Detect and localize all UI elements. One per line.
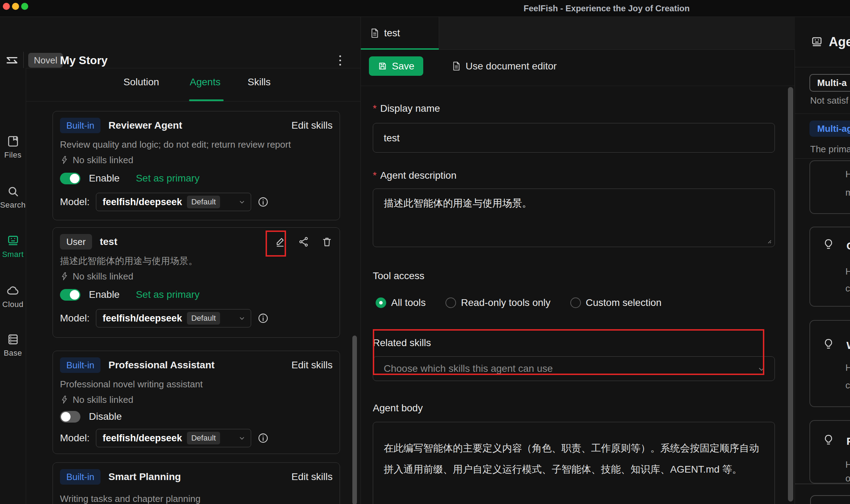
tab-test-document[interactable]: test [361,17,439,49]
hint-card[interactable]: H m [809,160,850,214]
agent-robot-icon [810,35,824,49]
close-window-button[interactable] [3,3,10,10]
display-name-value: test [384,132,400,144]
hint-line: c [845,283,850,294]
use-document-editor-button[interactable]: Use document editor [452,56,557,76]
left-tabs: Solution Agents Skills [26,68,360,102]
hint-title: P [846,435,850,447]
user-badge: User [60,234,92,250]
info-icon[interactable] [257,432,269,444]
info-icon[interactable] [257,196,269,208]
radio-label[interactable]: Read-only tools only [461,297,551,308]
document-icon [452,61,461,71]
sidebar-label: Search [0,201,26,210]
right-panel-header: Agents [795,17,850,67]
sidebar-item-search[interactable]: Search [0,184,26,210]
agent-title: Reviewer Agent [108,120,182,131]
agent-body-textarea[interactable]: 在此编写智能体的主要定义内容（角色、职责、工作原则等）。系统会按固定顺序自动拼入… [373,422,775,504]
radio-custom-selection[interactable] [570,297,581,308]
divider [795,484,850,484]
toggle-label: Enable [89,289,120,300]
swap-icon[interactable] [4,52,20,68]
sidebar-item-files[interactable]: Files [0,134,26,160]
sidebar-item-base[interactable]: Base [0,332,26,358]
radio-label[interactable]: Custom selection [586,297,662,308]
multi-agent-badge[interactable]: Multi-ag [809,121,850,137]
enable-toggle[interactable] [60,289,80,301]
left-scrollbar-thumb[interactable] [352,336,357,504]
more-options-icon[interactable] [334,53,346,68]
app-window: FeelFish - Experience the Joy of Creatio… [0,0,850,504]
edit-skills-button[interactable]: Edit skills [291,359,333,371]
tab-label: test [384,27,400,39]
agent-form: *Display name test *Agent description 描述… [361,86,795,504]
resize-handle-icon[interactable] [766,238,772,244]
toggle-label: Disable [89,411,122,422]
bolt-icon [60,155,69,165]
set-as-primary-link[interactable]: Set as primary [136,173,200,184]
skills-note: No skills linked [73,155,133,166]
agent-description-textarea[interactable]: 描述此智能体的用途与使用场景。 [373,189,775,247]
right-panel: Agents Multi-a Not satisf Multi-ag The p… [795,17,850,504]
multi-agent-pill[interactable]: Multi-a [809,74,850,92]
right-panel-bottom-box[interactable] [810,495,850,504]
radio-read-only-tools[interactable] [445,297,456,308]
save-floppy-icon [378,61,387,71]
edit-skills-button[interactable]: Edit skills [291,120,333,131]
enable-toggle[interactable] [60,173,80,184]
trash-icon[interactable] [321,236,333,247]
minimize-window-button[interactable] [12,3,19,10]
model-select[interactable]: feelfish/deepseek Default [96,429,251,447]
model-value: feelfish/deepseek [103,197,182,208]
model-select[interactable]: feelfish/deepseek Default [96,309,251,327]
document-icon [370,28,379,38]
save-button[interactable]: Save [369,56,423,76]
agent-description: Writing tasks and chapter planning [60,493,333,504]
tab-agents[interactable]: Agents [190,76,220,88]
edit-skills-button[interactable]: Edit skills [291,471,333,483]
chevron-down-icon [238,198,246,206]
editor-toolbar: Save Use document editor [361,50,795,86]
display-name-input[interactable]: test [373,123,775,153]
divider [795,113,850,114]
agent-card-reviewer: Built-in Reviewer Agent Edit skills Revi… [53,111,340,220]
agent-card-test: User test [53,227,340,338]
display-name-label: *Display name [373,103,440,115]
files-icon [6,134,20,148]
smart-agent-icon [6,234,20,248]
tab-solution[interactable]: Solution [123,76,159,88]
hint-card[interactable]: P H o [809,420,850,484]
radio-label[interactable]: All tools [391,297,426,308]
sidebar-item-cloud[interactable]: Cloud [0,284,26,309]
model-label: Model: [60,196,90,208]
use-document-editor-label: Use document editor [466,61,557,72]
agent-list: Built-in Reviewer Agent Edit skills Revi… [26,101,360,504]
cloud-icon [6,284,20,298]
hint-title: C [846,240,850,252]
set-as-primary-link[interactable]: Set as primary [136,289,200,300]
share-icon[interactable] [298,236,309,247]
tab-skills[interactable]: Skills [248,76,271,88]
agent-body-value: 在此编写智能体的主要定义内容（角色、职责、工作原则等）。系统会按固定顺序自动拼入… [384,438,760,480]
enable-toggle[interactable] [60,411,80,423]
sidebar-label: Files [0,150,26,160]
radio-all-tools[interactable] [376,297,386,308]
hint-title: W [846,339,850,351]
hint-line: H [845,362,850,373]
lightbulb-icon [822,238,835,252]
editor-scrollbar-thumb[interactable] [788,87,793,502]
status-text: Not satisf [810,95,848,106]
titlebar: FeelFish - Experience the Joy of Creatio… [0,0,850,17]
hint-card[interactable]: W H c [809,320,850,407]
model-select[interactable]: feelfish/deepseek Default [96,193,251,211]
info-icon[interactable] [257,313,269,324]
model-value: feelfish/deepseek [103,433,182,444]
hint-card[interactable]: C H c [809,227,850,307]
sidebar-label: Cloud [0,300,26,309]
lightbulb-icon [822,338,835,352]
search-icon [6,184,20,198]
zoom-window-button[interactable] [21,3,28,10]
hint-line: m [845,187,850,198]
sidebar-item-smart[interactable]: Smart [0,234,26,259]
agent-description: Professional novel writing assistant [60,379,333,390]
